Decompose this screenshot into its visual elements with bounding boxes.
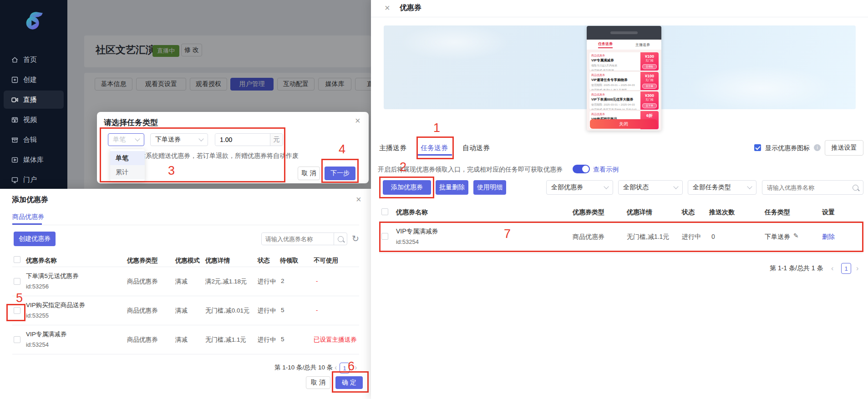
close-icon[interactable]: × (355, 116, 360, 125)
tab-product-coupon[interactable]: 商品优惠券 (12, 213, 44, 221)
prev-page-icon[interactable]: ‹ (831, 264, 833, 273)
cell-detail: 满2元,减1.18元 (205, 278, 247, 286)
close-icon[interactable]: × (356, 195, 361, 204)
create-coupon-button[interactable]: 创建优惠券 (14, 232, 56, 246)
chevron-down-icon (135, 136, 140, 141)
drawer-title: 优惠券 (400, 3, 421, 13)
col-header: 优惠券名称 (396, 208, 428, 217)
amount-input[interactable] (215, 134, 270, 146)
coupon-value: ¥100 (640, 54, 659, 59)
task-type-select[interactable]: 下单送券 (150, 133, 208, 146)
push-settings-button[interactable]: 推送设置 (825, 140, 863, 156)
coupon-id: id:53254 (396, 238, 419, 245)
task-type-select-value: 下单送券 (155, 136, 181, 144)
task-coupon-description: 开启后将展现优惠券领取入口，完成相对应的任务即可获取优惠券 (378, 166, 563, 174)
search-icon (338, 236, 344, 242)
coupon-tag: 商品优惠券 (591, 93, 639, 97)
col-header: 优惠券类型 (127, 257, 158, 265)
cell-push-count: 0 (711, 233, 715, 240)
col-header: 优惠详情 (205, 257, 230, 265)
filter-task-type-select[interactable]: 全部任务类型 (688, 180, 756, 195)
dropdown-option-cumulative[interactable]: 累计 (110, 165, 145, 179)
drawer-tab-task-coupon[interactable]: 任务送券 (421, 144, 448, 152)
app-root: 首页 创建 直播 视频 合辑 媒体库 门户 社区文艺汇演 直播中 修 (0, 0, 868, 399)
sidebar-item-video[interactable]: 视频 (4, 111, 64, 129)
divider (12, 296, 359, 296)
view-example-link[interactable]: 查看示例 (593, 166, 619, 174)
show-coupon-icon-checkbox[interactable] (754, 144, 761, 151)
phone-tab-anchor: 主播送券 (635, 42, 650, 47)
sidebar-item-collection[interactable]: 合辑 (4, 131, 64, 149)
panel-title: 添加优惠券 (12, 195, 48, 205)
refresh-icon[interactable]: ↻ (352, 233, 359, 244)
picker-confirm-button[interactable]: 确 定 (335, 376, 363, 389)
drawer-search-input[interactable] (762, 184, 853, 191)
mode-dropdown: 单笔 累计 (110, 149, 145, 181)
picker-cancel-button[interactable]: 取 消 (306, 376, 330, 389)
sidebar-item-create[interactable]: 创建 (4, 71, 64, 89)
sidebar-item-portal[interactable]: 门户 (4, 171, 64, 189)
chevron-down-icon (604, 184, 609, 189)
row-checkbox[interactable] (14, 336, 20, 343)
divider (12, 225, 359, 225)
coupon-action: 去下单 (642, 103, 657, 108)
col-header: 优惠券名称 (26, 257, 57, 265)
cell-task-type: 下单送券 (765, 233, 790, 241)
sidebar-item-home[interactable]: 首页 (4, 51, 64, 69)
phone-close-button: 关闭 (590, 119, 657, 129)
next-page-icon[interactable]: › (355, 364, 357, 372)
page-number[interactable]: 1 (340, 363, 350, 374)
cell-status: 进行中 (258, 278, 276, 286)
cell-mode: 满减 (175, 336, 188, 344)
search-icon[interactable] (853, 185, 858, 191)
col-header: 状态 (258, 257, 270, 265)
filter-status-select[interactable]: 全部状态 (618, 180, 683, 195)
coupon-search-input[interactable] (262, 233, 334, 245)
prev-page-icon[interactable]: ‹ (335, 364, 337, 372)
cell-type: 商品优惠券 (127, 278, 158, 286)
sidebar-item-label: 创建 (23, 76, 37, 84)
coupon-tag: 商品优惠券 (591, 54, 639, 58)
sidebar-item-live[interactable]: 直播 (4, 91, 64, 109)
drawer-tab-anchor-coupon[interactable]: 主播送券 (379, 144, 406, 152)
modal-cancel-button[interactable]: 取 消 (298, 167, 320, 180)
close-icon[interactable]: × (385, 3, 390, 12)
drawer-tab-auto-coupon[interactable]: 自动送券 (462, 144, 490, 152)
select-all-checkbox[interactable] (381, 208, 388, 215)
mode-select-value: 单笔 (113, 136, 126, 144)
row-checkbox[interactable] (14, 307, 20, 314)
page-number[interactable]: 1 (841, 263, 851, 274)
sidebar-item-label: 视频 (23, 116, 37, 124)
col-header: 推送次数 (709, 208, 735, 217)
chevron-down-icon (198, 136, 203, 141)
coupon-name: 下单满5元送优惠券 (26, 272, 79, 280)
phone-preview: 任务送券 主播送券 商品优惠券 VIP专属满减券 领取当日起1天内有效 使用形式… (587, 26, 661, 131)
coupon-line: 使用期限: 2025-03-01 ~ 2025-04-03 (591, 103, 639, 107)
mode-select[interactable]: 单笔 (108, 133, 144, 146)
search-button[interactable] (334, 233, 347, 245)
select-all-checkbox[interactable] (14, 256, 20, 263)
modal-next-button[interactable]: 下一步 (325, 167, 355, 180)
coupon-name: VIP专属满减券 (396, 227, 438, 236)
add-coupon-button[interactable]: 添加优惠券 (383, 180, 431, 195)
cell-type: 商品优惠券 (127, 336, 158, 344)
dropdown-option-single[interactable]: 单笔 (110, 151, 145, 165)
annotation-number-1: 1 (433, 121, 440, 135)
cell-unusable: - (316, 307, 318, 313)
phone-coupon-card: 商品优惠券 VIP专属满减券 领取当日起1天内有效 使用形式:先到先得 ¥100… (589, 52, 659, 71)
delete-link[interactable]: 删除 (822, 233, 835, 241)
row-checkbox[interactable] (14, 278, 20, 285)
cell-status: 进行中 (258, 307, 276, 315)
coupon-name: VIP下单满888元优享大额券 (591, 97, 639, 102)
coupon-id: id:53255 (26, 312, 49, 319)
sidebar-item-label: 媒体库 (23, 156, 44, 164)
next-page-icon[interactable]: › (856, 264, 858, 273)
filter-coupon-select[interactable]: 全部优惠券 (546, 180, 613, 195)
batch-delete-button[interactable]: 批量删除 (436, 180, 468, 195)
coupon-tag: 商品优惠券 (591, 73, 639, 77)
sidebar-item-media-library[interactable]: 媒体库 (4, 151, 64, 169)
edit-pencil-icon[interactable]: ✎ (793, 232, 799, 239)
usage-detail-button[interactable]: 使用明细 (473, 180, 506, 195)
row-checkbox[interactable] (381, 233, 388, 240)
toggle-switch[interactable] (573, 165, 590, 173)
